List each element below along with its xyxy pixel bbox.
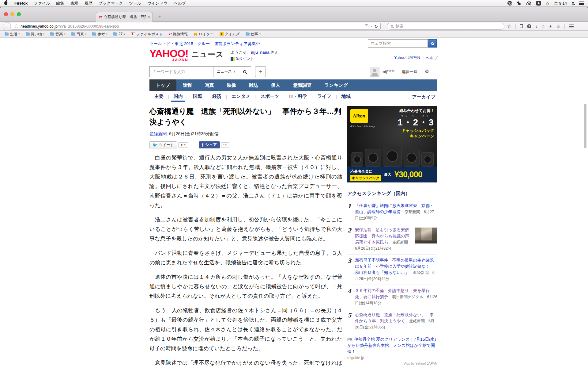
ranking-item-2: 2 安保法制 足を引っ張る安倍応援団 身内からも抗議の声 肩落とす木原氏ら 産経… [347,224,437,255]
ranking-thumbnail[interactable] [415,228,437,243]
username-link[interactable]: niju_nana [251,50,270,55]
tab-photo[interactable]: 写真 [198,79,221,91]
ad-numbers: 1・2・3 [398,118,434,127]
menu-edit[interactable]: 編集 [53,0,67,7]
avatar[interactable] [370,67,379,77]
subscription-list-link[interactable]: 購読一覧 [401,69,417,75]
send-tab-icon[interactable]: ✈ [548,24,552,29]
url-bar[interactable]: headlines.yahoo.co.jp /hl?a=20150626-000… [11,23,381,30]
wifi-icon[interactable] [526,2,531,5]
subtab-domestic[interactable]: 国内 [169,92,188,102]
web-search-button[interactable] [428,39,437,48]
tab-flash[interactable]: 速報 [176,79,198,91]
keyword-search-input[interactable] [150,67,213,77]
bookmark-transit[interactable]: Y!路線情報 [168,32,188,37]
menu-tools[interactable]: ツール [126,0,144,7]
dropbox-icon[interactable] [517,1,522,6]
browser-search-field[interactable]: 検索 [387,23,504,30]
service-name[interactable]: ニュース [191,49,224,59]
site-identity-icon[interactable] [15,25,18,28]
search-category-dropdown[interactable]: ニュース▾ [213,67,238,77]
folder-icon [5,33,9,36]
subtab-international[interactable]: 国際 [188,92,207,102]
bookmark-reuters[interactable]: ロイター [194,32,214,37]
nikon-ad-banner[interactable]: Nikon At the heart of the image 組み合わせてお得… [347,106,437,182]
bookmark-folder-life[interactable]: 生活▾ [5,32,20,37]
gear-icon[interactable]: ⚙ [424,68,429,75]
hamburger-menu-icon[interactable] [569,25,574,28]
facebook-share-button[interactable]: fシェア [199,141,220,148]
bookmark-folder-shopping[interactable]: 買い物▾ [26,32,45,37]
subtab-life[interactable]: ライフ [312,92,336,102]
archive-link[interactable]: アーカイブ [412,94,435,100]
input-source-icon[interactable]: A [536,1,541,6]
user-id[interactable]: nij***** [383,69,394,74]
notification-center-icon[interactable] [579,2,584,5]
bookmark-folder-photo[interactable]: 写真▾ [71,32,87,37]
clipboard-icon[interactable] [520,24,523,28]
new-tab-button[interactable]: + [158,14,161,20]
keyword-search-group: ニュース▾ [149,66,251,77]
zoom-window-button[interactable] [17,12,21,16]
ranking-item-3: 3 新宿母子不明事件 不明の長男の生存確認は８年前 小学校に入学や健診記録なく … [347,255,437,285]
urlbar-dropdown-icon[interactable]: ▾ [371,25,372,28]
web-search-input[interactable] [368,39,428,48]
diamond-menu-icon[interactable]: ◇ [546,1,549,6]
spotlight-search-icon[interactable] [572,2,574,5]
tab-top[interactable]: トップ [149,79,176,91]
menu-window[interactable]: ウインドウ [144,0,171,7]
folder-icon [71,33,75,36]
news-search-button[interactable] [238,67,251,77]
bookmark-folder-music[interactable]: 音楽▾ [50,32,66,37]
pocket-icon[interactable]: ∨ [527,24,531,28]
ads-by-label[interactable]: Ads by Yahoo! JAPAN [347,362,437,365]
tab-magazine[interactable]: 雑誌 [243,79,265,91]
subtab-economy[interactable]: 経済 [207,92,226,102]
add-keyword-button[interactable]: ＋ [255,66,266,77]
tab-ranking[interactable]: ランキング [318,79,354,91]
downloads-icon[interactable]: ↓ [535,24,537,29]
menu-history[interactable]: 履歴 [81,0,96,7]
bookmark-folder-reference[interactable]: 参考▾ [92,32,107,37]
bookmark-star-icon[interactable]: ☆ [507,23,511,29]
menu-view[interactable]: 表示 [67,0,81,7]
subtab-it-science[interactable]: IT・科学 [284,92,312,102]
bookmark-filepost[interactable]: Fファイルポスト [131,32,163,37]
page-scrollbar-thumb[interactable] [584,104,586,148]
bookmark-folder-27[interactable]: 27▾ [113,32,125,36]
tab-close-icon[interactable]: × [148,15,150,19]
top-promo-link[interactable]: ツール・ド・東北 2015 クルー、運営ボランティア募集中 [149,41,260,47]
menu-help[interactable]: ヘルプ [171,0,189,7]
reader-mode-icon[interactable] [365,24,368,28]
apple-menu-icon[interactable] [4,1,8,5]
back-button[interactable]: ← [3,22,11,30]
yahoo-japan-link[interactable]: Yahoo! JAPAN [394,55,420,61]
tab-video[interactable]: 映像 [221,79,243,91]
tab-survey[interactable]: 意識調査 [287,79,318,91]
creative-cloud-icon[interactable] [507,1,512,6]
menu-firefox[interactable]: Firefox [11,0,31,7]
subtab-sports[interactable]: スポーツ [255,92,284,102]
bookmark-times[interactable]: Tタイムズ [220,32,240,37]
subtab-major[interactable]: 主要 [149,92,168,102]
menubar-clock[interactable]: 土 9:14 [554,1,567,6]
minimize-window-button[interactable] [10,12,14,16]
pr-link[interactable]: 伊勢丹全館 夏のクリアランス｜7月15日(水)から伊勢丹新宿店本館、メンズ館ほか… [347,337,436,354]
points-link[interactable]: 0ポイント [236,56,254,61]
reload-icon[interactable]: ↻ [374,24,378,29]
bookmarks-bar: 生活▾ 買い物▾ 音楽▾ 写真▾ 参考▾ 27▾ Fファイルポスト Y!路線情報… [0,31,588,38]
tweet-button[interactable]: 🐦ツイート [149,141,177,148]
tab-personal[interactable]: 個人 [265,79,287,91]
menu-file[interactable]: ファイル [31,0,53,7]
browser-tab[interactable]: Y! 心斎橋通り魔 遺族「死刑... × [96,12,153,22]
close-window-button[interactable] [4,12,8,16]
yahoo-japan-logo[interactable]: YAHOO! JAPAN [149,48,188,62]
help-link[interactable]: ヘルプ [426,55,438,61]
subtab-entertainment[interactable]: エンタメ [227,92,255,102]
subtab-region[interactable]: 地域 [337,92,356,102]
home-icon[interactable]: ⌂ [541,24,545,29]
menu-bookmarks[interactable]: ブックマーク [96,0,126,7]
article-source-link[interactable]: 産経新聞 [149,131,167,136]
feedback-smiley-icon[interactable]: ☺ [556,24,560,29]
bookmark-folder-work[interactable]: 仕事▾ [246,32,261,37]
